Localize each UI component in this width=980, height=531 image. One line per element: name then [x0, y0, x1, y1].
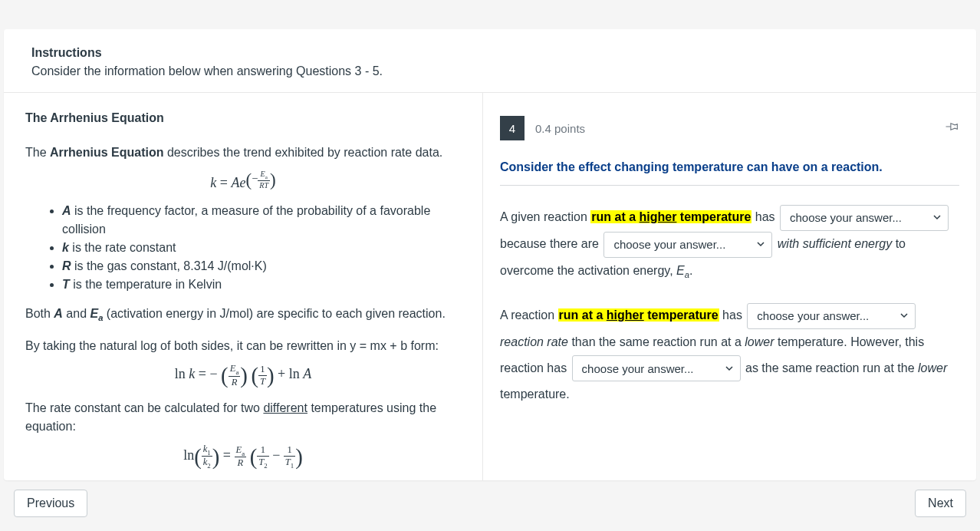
- text: is the rate constant: [69, 241, 176, 254]
- question-body: A given reaction run at a higher tempera…: [500, 204, 959, 407]
- select-placeholder: choose your answer...: [757, 304, 869, 328]
- question-panel: 4 0.4 points Consider the effect changin…: [483, 93, 976, 480]
- equation-arrhenius: k = Ae(−EaRT): [25, 170, 461, 191]
- definition-list: A is the frequency factor, a measure of …: [62, 202, 461, 294]
- italic-text: reaction rate: [500, 335, 568, 348]
- text: and: [63, 307, 90, 320]
- equation-linear: ln k = − (EaR) (1T) + ln A: [25, 363, 461, 388]
- var-E: E: [90, 307, 99, 320]
- italic-text: with sufficient energy: [778, 237, 892, 250]
- list-item: A is the frequency factor, a measure of …: [62, 202, 461, 239]
- italic-text: lower: [918, 361, 947, 374]
- text: has: [719, 308, 746, 322]
- highlight-2: run at a higher temperature: [558, 308, 719, 322]
- passage-two-temp: The rate constant can be calculated for …: [25, 399, 461, 436]
- question-number: 4: [500, 116, 525, 140]
- question-header: 4 0.4 points: [500, 116, 959, 140]
- divider: [500, 185, 959, 186]
- nav-bar: Previous Next: [14, 490, 966, 517]
- text: run at a: [591, 210, 639, 223]
- text: run at a: [559, 308, 607, 322]
- underlined: higher: [640, 210, 677, 223]
- answer-dropdown-2[interactable]: choose your answer...: [603, 232, 772, 258]
- var-A: A: [54, 307, 63, 320]
- paragraph-2: A reaction run at a higher temperature h…: [500, 302, 959, 407]
- select-placeholder: choose your answer...: [790, 206, 902, 230]
- text: A reaction: [500, 308, 558, 322]
- instructions-heading: Instructions: [31, 46, 949, 60]
- instructions-block: Instructions Consider the information be…: [4, 29, 976, 92]
- list-item: T is the temperature in Kelvin: [62, 275, 461, 294]
- text: temperature: [676, 210, 751, 223]
- select-placeholder: choose your answer...: [582, 357, 694, 381]
- italic-text: lower: [745, 335, 774, 348]
- text: .: [689, 264, 692, 277]
- text: temperature.: [500, 388, 570, 401]
- underlined: higher: [607, 308, 644, 322]
- text: (activation energy in J/mol) are specifi…: [103, 307, 445, 320]
- text: because there are: [500, 237, 602, 250]
- list-item: k is the rate constant: [62, 239, 461, 257]
- chevron-down-icon: [725, 357, 734, 381]
- text: The: [25, 146, 50, 159]
- text: is the frequency factor, a measure of th…: [62, 204, 430, 236]
- bold-term: Arrhenius Equation: [50, 146, 163, 159]
- next-button[interactable]: Next: [915, 490, 966, 517]
- previous-button[interactable]: Previous: [14, 490, 87, 517]
- list-item: R is the gas constant, 8.314 J/(mol·K): [62, 257, 461, 275]
- text: as the same reaction run at the: [745, 361, 918, 374]
- content-split: The Arrhenius Equation The Arrhenius Equ…: [4, 92, 976, 480]
- text: describes the trend exhibited by reactio…: [163, 146, 442, 159]
- passage-intro: The Arrhenius Equation describes the tre…: [25, 143, 461, 162]
- answer-dropdown-4[interactable]: choose your answer...: [572, 355, 741, 381]
- text: A given reaction: [500, 210, 590, 223]
- pin-icon[interactable]: [945, 120, 959, 137]
- passage-title: The Arrhenius Equation: [25, 111, 461, 125]
- chevron-down-icon: [932, 206, 942, 230]
- select-placeholder: choose your answer...: [613, 233, 725, 257]
- chevron-down-icon: [756, 233, 765, 257]
- equation-two-temp: ln(k1k2) = EaR (1T2 − 1T1): [25, 444, 461, 470]
- text: than the same reaction run at a: [568, 335, 745, 348]
- underlined: different: [263, 401, 307, 414]
- paragraph-1: A given reaction run at a higher tempera…: [500, 204, 959, 284]
- answer-dropdown-3[interactable]: choose your answer...: [747, 303, 916, 329]
- question-prompt: Consider the effect changing temperature…: [500, 160, 959, 174]
- question-points: 0.4 points: [535, 122, 585, 135]
- highlight-1: run at a higher temperature: [590, 210, 751, 223]
- passage-panel: The Arrhenius Equation The Arrhenius Equ…: [4, 93, 483, 480]
- quiz-card: Instructions Consider the information be…: [4, 29, 976, 480]
- answer-dropdown-1[interactable]: choose your answer...: [780, 205, 949, 231]
- text: has: [751, 210, 778, 223]
- text: is the temperature in Kelvin: [70, 278, 222, 291]
- var-E: E: [676, 264, 685, 277]
- instructions-text: Consider the information below when answ…: [31, 64, 949, 78]
- text: Both: [25, 307, 54, 320]
- text: is the gas constant, 8.314 J/(mol·K): [71, 259, 267, 272]
- passage-both: Both A and Ea (activation energy in J/mo…: [25, 305, 461, 325]
- passage-ln-intro: By taking the natural log of both sides,…: [25, 337, 461, 355]
- chevron-down-icon: [899, 304, 909, 328]
- text: temperature: [644, 308, 719, 322]
- text: The rate constant can be calculated for …: [25, 401, 263, 414]
